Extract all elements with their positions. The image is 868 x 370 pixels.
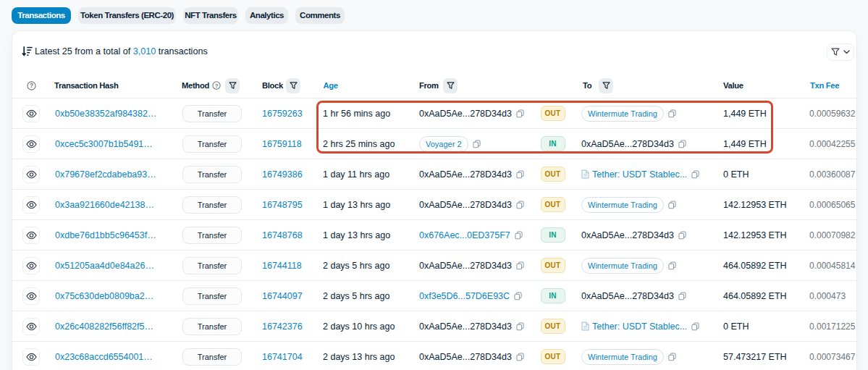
- svg-text:?: ?: [215, 83, 219, 89]
- svg-text:?: ?: [30, 82, 33, 89]
